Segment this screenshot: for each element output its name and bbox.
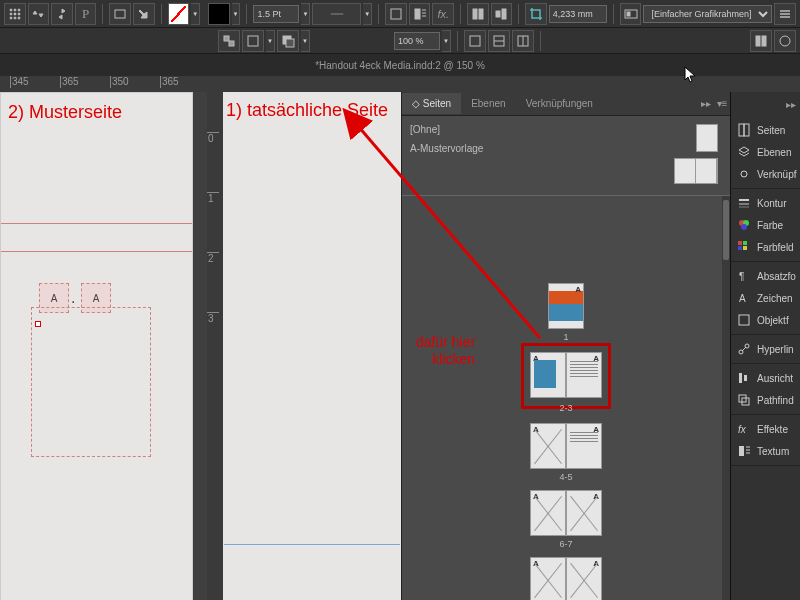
text-wrap-icon[interactable] xyxy=(409,3,431,25)
stroke-swatch[interactable] xyxy=(208,3,230,25)
knockout-icon[interactable] xyxy=(242,30,264,52)
zoom-input[interactable] xyxy=(394,32,440,50)
select-container-icon[interactable] xyxy=(109,3,131,25)
workspace: A A · 0 1 2 3 ◇ Seiten Ebenen Verknüpfun… xyxy=(0,92,800,600)
stroke-weight-dropdown-icon[interactable]: ▼ xyxy=(301,3,310,25)
actual-page-canvas[interactable] xyxy=(223,92,401,600)
row2-a-icon[interactable] xyxy=(750,30,772,52)
svg-rect-56 xyxy=(744,375,747,381)
vertical-ruler[interactable]: 0 1 2 3 xyxy=(207,92,223,600)
svg-point-53 xyxy=(739,350,743,354)
dock-farbe[interactable]: Farbe xyxy=(731,214,800,236)
page-thumb-4-5[interactable]: A A 4-5 xyxy=(530,423,602,482)
page-thumb-8-9[interactable]: A A 8-9 xyxy=(530,557,602,600)
svg-rect-17 xyxy=(479,9,483,19)
align-1-icon[interactable] xyxy=(467,3,489,25)
flip-v-icon[interactable] xyxy=(51,3,73,25)
tab-ebenen[interactable]: Ebenen xyxy=(461,93,515,114)
panel-menu-icon[interactable]: ▾≡ xyxy=(714,98,730,109)
svg-rect-49 xyxy=(743,246,747,250)
master-none-thumb[interactable] xyxy=(696,124,718,152)
svg-rect-27 xyxy=(248,36,258,46)
master-page-canvas[interactable]: A A · xyxy=(0,92,193,600)
pages-panel: ◇ Seiten Ebenen Verknüpfungen ▸▸ ▾≡ [Ohn… xyxy=(401,92,730,600)
ref-point-icon[interactable] xyxy=(4,3,26,25)
frame-fit-icon[interactable] xyxy=(620,3,642,25)
fit-2-icon[interactable] xyxy=(488,30,510,52)
guide-line[interactable] xyxy=(1,251,192,252)
svg-point-0 xyxy=(10,9,12,11)
margin-frame[interactable] xyxy=(31,307,151,457)
fit-3-icon[interactable] xyxy=(512,30,534,52)
fill-swatch[interactable] xyxy=(168,3,190,25)
master-a-thumb[interactable] xyxy=(674,158,718,184)
dropdown-b-icon[interactable]: ▼ xyxy=(301,30,310,52)
document-title-bar: *Handout 4eck Media.indd:2 @ 150 % xyxy=(0,54,800,76)
fit-1-icon[interactable] xyxy=(464,30,486,52)
crop-icon[interactable] xyxy=(525,3,547,25)
dock-kontur[interactable]: Kontur xyxy=(731,192,800,214)
guide-line[interactable] xyxy=(1,223,192,224)
frame-type-select[interactable]: [Einfacher Grafikrahmen] xyxy=(643,5,772,23)
svg-rect-12 xyxy=(415,9,420,19)
zoom-dropdown-icon[interactable]: ▼ xyxy=(442,30,451,52)
svg-rect-36 xyxy=(762,36,766,46)
svg-rect-18 xyxy=(496,11,500,17)
fill-dropdown-icon[interactable]: ▼ xyxy=(191,3,200,25)
stroke-style-dropdown-icon[interactable]: ▼ xyxy=(363,3,372,25)
stroke-weight-input[interactable] xyxy=(253,5,299,23)
corner-options-icon[interactable] xyxy=(385,3,407,25)
dock-farbfelder[interactable]: Farbfeld xyxy=(731,236,800,258)
panel-tabs: ◇ Seiten Ebenen Verknüpfungen ▸▸ ▾≡ xyxy=(402,92,730,116)
opacity-icon[interactable] xyxy=(218,30,240,52)
dock-verknuepfungen[interactable]: Verknüpf xyxy=(731,163,800,185)
dock-zeichenformate[interactable]: AZeichen xyxy=(731,287,800,309)
dock-textumfluss[interactable]: Textum xyxy=(731,440,800,462)
control-panel-row2: ▼ ▼ ▼ xyxy=(0,28,800,54)
effects-icon[interactable]: fx. xyxy=(432,3,454,25)
page-thumb-6-7[interactable]: A A 6-7 xyxy=(530,490,602,549)
frame-handle[interactable] xyxy=(35,321,41,327)
width-field[interactable] xyxy=(549,5,607,23)
svg-text:¶: ¶ xyxy=(739,271,744,282)
page-thumbnails: A 1 A A 2-3 A A 4-5 xyxy=(402,196,730,600)
svg-rect-16 xyxy=(473,9,477,19)
align-2-icon[interactable] xyxy=(491,3,513,25)
control-panel-row1: P ▼ ▼ ▼ ▼ fx. [Einfacher Grafikrahmen] xyxy=(0,0,800,28)
svg-rect-26 xyxy=(229,41,234,46)
horizontal-ruler[interactable]: 345 365 350 365 xyxy=(0,76,800,92)
stroke-dropdown-icon[interactable]: ▼ xyxy=(232,3,241,25)
svg-text:A: A xyxy=(739,293,746,304)
dock-ausrichten[interactable]: Ausricht xyxy=(731,367,800,389)
drop-shadow-icon[interactable] xyxy=(277,30,299,52)
panel-collapse-icon[interactable]: ▸▸ xyxy=(698,98,714,109)
panel-scrollbar[interactable] xyxy=(722,196,730,600)
dock-objektformate[interactable]: Objektf xyxy=(731,309,800,331)
svg-point-5 xyxy=(18,13,20,15)
svg-rect-21 xyxy=(627,12,630,16)
svg-point-4 xyxy=(14,13,16,15)
dock-hyperlinks[interactable]: Hyperlin xyxy=(731,338,800,360)
page-thumb-2-3[interactable]: A A 2-3 xyxy=(528,350,604,415)
dock-ebenen[interactable]: Ebenen xyxy=(731,141,800,163)
tab-seiten[interactable]: ◇ Seiten xyxy=(402,93,461,114)
menu-1-icon[interactable] xyxy=(774,3,796,25)
dock-effekte[interactable]: fxEffekte xyxy=(731,418,800,440)
page-thumb-1[interactable]: A 1 xyxy=(548,283,584,342)
dock-absatzformate[interactable]: ¶Absatzfo xyxy=(731,265,800,287)
baseline-guide[interactable] xyxy=(224,544,400,545)
dropdown-a-icon[interactable]: ▼ xyxy=(266,30,275,52)
row2-b-icon[interactable] xyxy=(774,30,796,52)
tab-verknuepfungen[interactable]: Verknüpfungen xyxy=(516,93,603,114)
paragraph-style-icon[interactable]: P xyxy=(75,3,97,25)
select-content-icon[interactable] xyxy=(133,3,155,25)
svg-rect-29 xyxy=(286,39,294,47)
svg-rect-60 xyxy=(739,446,744,456)
stroke-style-icon[interactable] xyxy=(312,3,361,25)
svg-point-1 xyxy=(14,9,16,11)
dock-pathfinder[interactable]: Pathfind xyxy=(731,389,800,411)
dock-seiten[interactable]: Seiten xyxy=(731,119,800,141)
svg-rect-47 xyxy=(743,241,747,245)
dock-collapse-icon[interactable]: ▸▸ xyxy=(786,99,796,110)
flip-h-icon[interactable] xyxy=(28,3,50,25)
